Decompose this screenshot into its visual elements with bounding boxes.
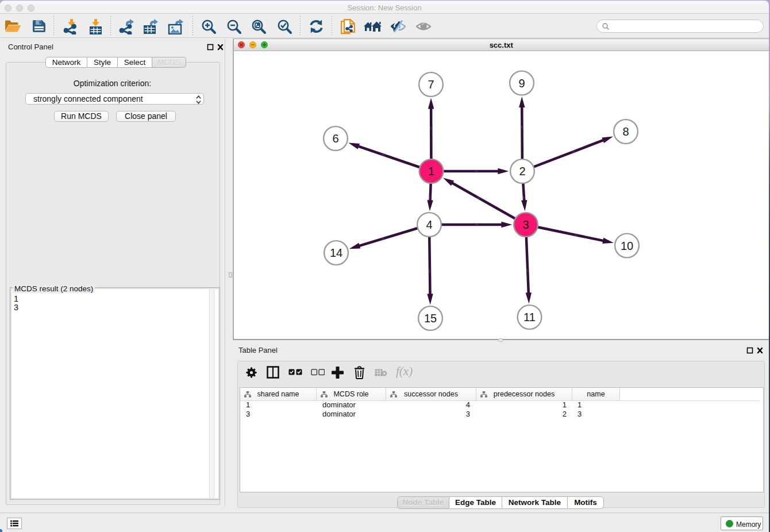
- svg-text:8: 8: [622, 125, 629, 138]
- svg-text:11: 11: [523, 311, 536, 323]
- svg-text:2: 2: [519, 165, 525, 178]
- svg-text:9: 9: [518, 77, 525, 90]
- svg-text:10: 10: [621, 240, 633, 252]
- svg-text:6: 6: [332, 132, 338, 145]
- svg-text:15: 15: [424, 312, 437, 325]
- svg-text:14: 14: [330, 246, 342, 259]
- svg-text:3: 3: [522, 218, 529, 231]
- svg-text:4: 4: [426, 218, 432, 231]
- svg-text:1: 1: [428, 165, 434, 178]
- svg-text:7: 7: [428, 78, 434, 91]
